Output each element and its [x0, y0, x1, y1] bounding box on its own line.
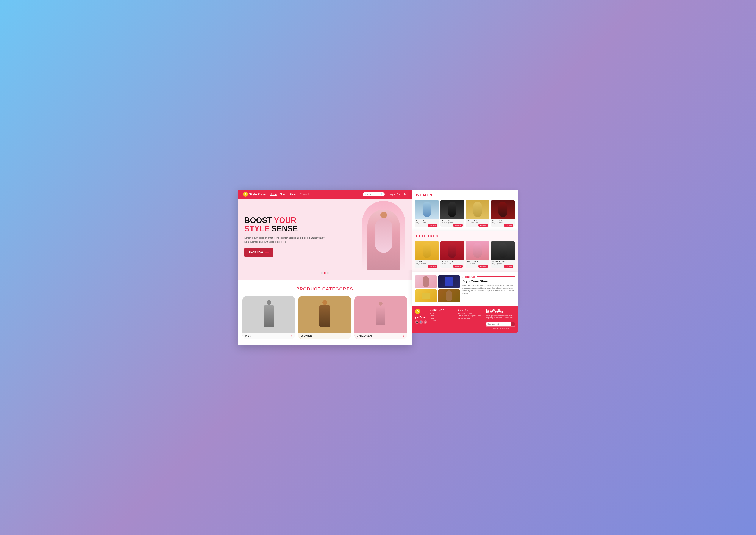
women-jacket-sizes: XL, L, M: $ 3600: [467, 222, 488, 224]
hero-title-your: YOUR: [274, 216, 296, 225]
footer-newsletter: SUBSCRIBE NEWSLETTER Lorem ipsum dolor s…: [486, 309, 515, 329]
child-school-buy-btn[interactable]: Buy Now: [504, 265, 513, 268]
women-suit-sizes: XL, L, M: $ 3008: [442, 222, 463, 224]
child-dress-name: Child Dress: [417, 261, 438, 263]
product-child-hatdress: Child Hat & Dress XL, M: $ 1008 Buy Now: [466, 241, 489, 268]
child-dresscoat-sizes: XL, M: $ 3008: [442, 263, 463, 265]
children-products-row: Child Dress XL, M: $ 1003 Buy Now Child …: [415, 241, 515, 268]
dot-2[interactable]: [324, 272, 326, 274]
about-img-2: [438, 275, 460, 288]
women-dress-image: [415, 200, 439, 219]
women-hat-sizes: XL, L, M: $ 1008: [493, 222, 514, 224]
newsletter-input[interactable]: [486, 323, 511, 325]
women-label-bar: WOMEN »: [298, 332, 351, 339]
cart-button[interactable]: Cart: [397, 193, 401, 196]
hero-content: BOOST YOUR STYLE SENSE Lorem ipsum dolor…: [244, 216, 325, 257]
women-hat-image: [491, 200, 515, 219]
newsletter-title: SUBSCRIBE NEWSLETTER: [486, 309, 515, 314]
login-button[interactable]: Login: [389, 193, 395, 196]
footer-copyright: Copyright By Eraaz 2021: [486, 326, 515, 329]
shop-now-button[interactable]: SHOP NOW »»: [244, 248, 273, 257]
main-website-panel: G Style Zone Home Shop About Contact 🔍 L…: [238, 190, 412, 346]
hero-title: BOOST YOUR STYLE SENSE: [244, 216, 325, 233]
newsletter-submit-btn[interactable]: ›: [511, 323, 515, 325]
footer-home-link[interactable]: Home: [430, 312, 455, 314]
instagram-icon[interactable]: 📷: [415, 321, 418, 324]
hero-image: [362, 201, 405, 270]
category-men[interactable]: MEN »: [242, 296, 295, 339]
footer-logo-icon: G: [415, 309, 420, 314]
dot-1[interactable]: [321, 272, 323, 274]
women-hat-name: Women Hat: [493, 220, 514, 222]
child-dress-buy-btn[interactable]: Buy Now: [428, 265, 437, 268]
men-figure: [242, 296, 295, 331]
product-child-dresscoat: Child Dress Coat XL, M: $ 3008 Buy Now: [441, 241, 464, 268]
child-dress-info: Child Dress XL, M: $ 1003 Buy Now: [415, 260, 439, 266]
category-children[interactable]: CHILDREN »: [354, 296, 407, 339]
right-panel: WOMEN Women Dress XL, L, M: $ 1005 Buy N…: [412, 190, 518, 332]
twitter-icon[interactable]: 🐦: [419, 321, 423, 324]
hero-section: BOOST YOUR STYLE SENSE Lorem ipsum dolor…: [238, 199, 412, 270]
women-products-row: Women Dress XL, L, M: $ 1005 Buy Now Wom…: [415, 200, 515, 227]
women-figure: [298, 296, 351, 331]
women-hat-buy-btn[interactable]: Buy Now: [504, 224, 513, 227]
about-us-label: About Us: [463, 275, 475, 278]
women-jacket-buy-btn[interactable]: Buy Now: [478, 224, 488, 227]
women-dress-sizes: XL, L, M: $ 1005: [417, 222, 438, 224]
child-dresscoat-buy-btn[interactable]: Buy Now: [453, 265, 463, 268]
contact-website: www.eraaz.com: [458, 317, 484, 319]
footer-contact: CONTACT +966 556 117 799 Official.error.…: [458, 309, 484, 320]
child-dresscoat-info: Child Dress Coat XL, M: $ 3008 Buy Now: [441, 260, 464, 266]
product-women-suit: Women Suit XL, L, M: $ 3008 Buy Now: [441, 200, 464, 227]
about-img-3: [415, 289, 437, 302]
about-description: Lorem ipsum dolor sit amet, consectetuer…: [463, 284, 515, 295]
categories-grid: MEN » WOMEN »: [242, 296, 407, 339]
search-icon: 🔍: [380, 193, 383, 195]
women-jacket-image: [466, 200, 489, 219]
categories-section: PRODUCT CATEGORES MEN »: [238, 280, 412, 346]
hero-title-sense: SENSE: [272, 224, 298, 233]
category-women[interactable]: WOMEN »: [298, 296, 351, 339]
footer-quick-links: QUICK LINK Home Shop About Contact: [430, 309, 455, 322]
child-dress-image: [415, 241, 439, 260]
language-selector[interactable]: En: [404, 193, 406, 196]
children-arrow-icon: »: [403, 334, 405, 338]
footer: G yle Zone 📷 🐦 f QUICK LINK Home Shop Ab…: [412, 306, 518, 332]
newsletter-description: Lorem ipsum dolor sit amet, consectetuer…: [486, 315, 515, 321]
site-header: G Style Zone Home Shop About Contact 🔍 L…: [238, 190, 412, 199]
footer-logo-text: yle Zone: [415, 316, 426, 319]
men-label: MEN: [245, 334, 252, 337]
about-label-row: About Us: [463, 275, 515, 278]
nav-contact[interactable]: Contact: [300, 193, 309, 196]
logo[interactable]: G Style Zone: [243, 192, 265, 197]
search-input[interactable]: [364, 193, 380, 195]
child-hat-buy-btn[interactable]: Buy Now: [478, 265, 488, 268]
nav-home[interactable]: Home: [270, 193, 277, 196]
dot-3[interactable]: [327, 272, 329, 274]
women-suit-image: [441, 200, 464, 219]
women-arrow-icon: »: [347, 334, 349, 338]
child-school-image: [491, 241, 515, 260]
arrows-icon: »»: [265, 250, 269, 255]
children-section: CHILDREN Child Dress XL, M: $ 1003 Buy N…: [412, 231, 518, 272]
nav-about[interactable]: About: [290, 193, 296, 196]
contact-email: Official.error.saad@gmail.com: [458, 315, 484, 317]
nav-shop[interactable]: Shop: [280, 193, 286, 196]
men-label-bar: MEN »: [242, 332, 295, 339]
women-suit-buy-btn[interactable]: Buy Now: [453, 224, 463, 227]
footer-shop-link[interactable]: Shop: [430, 315, 455, 317]
women-dress-buy-btn[interactable]: Buy Now: [428, 224, 437, 227]
footer-contact-link[interactable]: Contact: [430, 320, 455, 322]
carousel-dots: [321, 270, 329, 277]
footer-about-link[interactable]: About: [430, 317, 455, 319]
about-images-grid: [415, 275, 460, 302]
product-women-jacket: Women Jacket XL, L, M: $ 3600 Buy Now: [466, 200, 489, 227]
about-img-1: [415, 275, 437, 288]
categories-title: PRODUCT CATEGORES: [242, 287, 407, 292]
child-hat-name: Child Hat & Dress: [467, 261, 488, 263]
women-label: WOMEN: [301, 334, 312, 337]
women-jacket-info: Women Jacket XL, L, M: $ 3600 Buy Now: [466, 219, 489, 225]
facebook-icon[interactable]: f: [424, 321, 427, 324]
child-dress-sizes: XL, M: $ 1003: [417, 263, 438, 265]
children-figure: [354, 296, 407, 331]
